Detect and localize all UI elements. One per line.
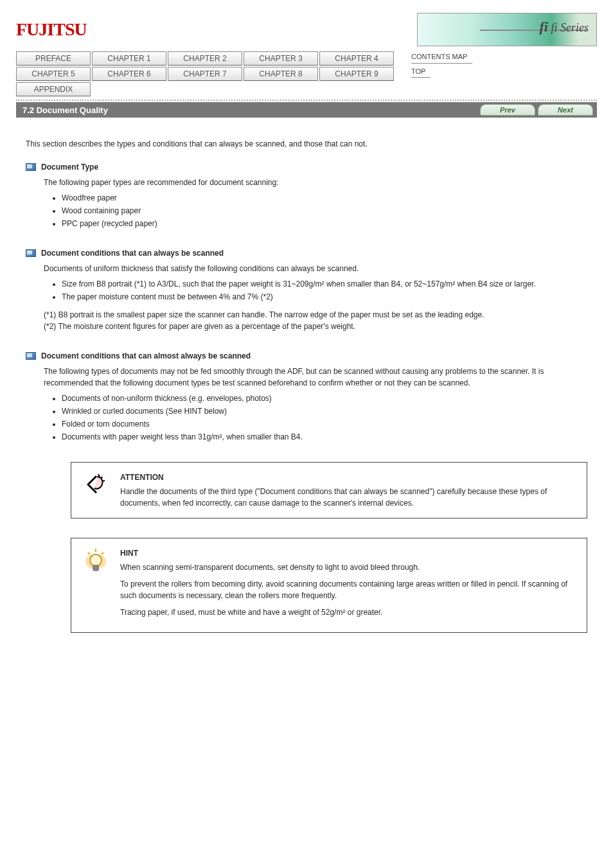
brand-logo: FUJITSU <box>16 19 87 40</box>
list-item: The paper moisture content must be betwe… <box>62 291 587 303</box>
list-item: Folded or torn documents <box>62 418 587 430</box>
section-bullet-icon <box>26 249 36 257</box>
section-document-type: Document Type The following paper types … <box>26 161 587 229</box>
svg-rect-2 <box>93 565 98 571</box>
svg-point-1 <box>90 554 102 566</box>
section-heading: Document conditions that can almost alwa… <box>41 350 251 362</box>
hint-line: To prevent the rollers from becoming dir… <box>120 578 575 601</box>
svg-line-4 <box>88 553 90 554</box>
hint-line: Tracing paper, if used, must be white an… <box>120 607 575 618</box>
top-link[interactable]: TOP <box>411 66 431 78</box>
section-heading: Document conditions that can always be s… <box>41 247 224 259</box>
attention-hand-icon <box>83 472 109 497</box>
tab-chapter-8[interactable]: CHAPTER 8 <box>244 67 318 81</box>
tab-chapter-1[interactable]: CHAPTER 1 <box>92 51 166 66</box>
section-description: Documents of uniform thickness that sati… <box>44 263 587 274</box>
list-item: PPC paper (recycled paper) <box>62 218 587 229</box>
section-bullet-icon <box>26 163 36 171</box>
attention-box: ATTENTION Handle the documents of the th… <box>71 462 587 518</box>
contents-map-link[interactable]: CONTENTS MAP <box>411 51 472 64</box>
tab-chapter-3[interactable]: CHAPTER 3 <box>244 51 318 66</box>
tab-preface[interactable]: PREFACE <box>16 51 91 66</box>
hint-lightbulb-icon <box>83 547 109 576</box>
section-description: The following types of documents may not… <box>44 366 587 389</box>
list-item: Size from B8 portrait (*1) to A3/DL, suc… <box>62 278 587 290</box>
tab-appendix[interactable]: APPENDIX <box>16 82 91 96</box>
divider <box>16 100 597 101</box>
hint-line: When scanning semi-transparent documents… <box>120 562 575 573</box>
header-aux-links: CONTENTS MAP TOP <box>402 51 597 80</box>
section-always-scanned: Document conditions that can always be s… <box>26 247 587 332</box>
list-item: Documents of non-uniform thickness (e.g.… <box>62 393 587 404</box>
hint-box: HINT When scanning semi-transparent docu… <box>71 538 587 633</box>
section-title-bar: 7.2 Document Quality Prev Next <box>16 102 597 118</box>
footnote: (*1) B8 portrait is the smallest paper s… <box>44 309 587 321</box>
list-item: Documents with paper weight less than 31… <box>62 431 587 443</box>
section-heading: Document Type <box>41 161 98 173</box>
product-banner: fi fi Series <box>417 13 597 46</box>
next-button[interactable]: Next <box>538 104 593 116</box>
tab-chapter-2[interactable]: CHAPTER 2 <box>168 51 242 66</box>
section-title: 7.2 Document Quality <box>22 105 108 115</box>
tab-chapter-9[interactable]: CHAPTER 9 <box>319 67 394 81</box>
list-item: Woodfree paper <box>62 192 587 204</box>
hint-label: HINT <box>120 547 575 559</box>
section-bullet-icon <box>26 352 36 360</box>
svg-line-5 <box>102 553 103 554</box>
section-description: The following paper types are recommende… <box>44 177 587 188</box>
list-item: Wrinkled or curled documents (See HINT b… <box>62 405 587 417</box>
tab-chapter-5[interactable]: CHAPTER 5 <box>16 67 91 81</box>
footnote: (*2) The moisture content figures for pa… <box>44 321 587 332</box>
tab-chapter-7[interactable]: CHAPTER 7 <box>168 67 242 81</box>
section-almost-always: Document conditions that can almost alwa… <box>26 350 587 443</box>
prev-button[interactable]: Prev <box>480 104 535 116</box>
tab-chapter-6[interactable]: CHAPTER 6 <box>92 67 166 81</box>
chapter-tabs: PREFACE CHAPTER 1 CHAPTER 2 CHAPTER 3 CH… <box>16 51 402 98</box>
intro-paragraph: This section describes the types and con… <box>26 138 587 150</box>
list-item: Wood containing paper <box>62 205 587 217</box>
attention-text: Handle the documents of the third type (… <box>120 486 575 509</box>
tab-chapter-4[interactable]: CHAPTER 4 <box>319 51 394 66</box>
attention-label: ATTENTION <box>120 472 575 483</box>
page-content: This section describes the types and con… <box>0 118 613 671</box>
